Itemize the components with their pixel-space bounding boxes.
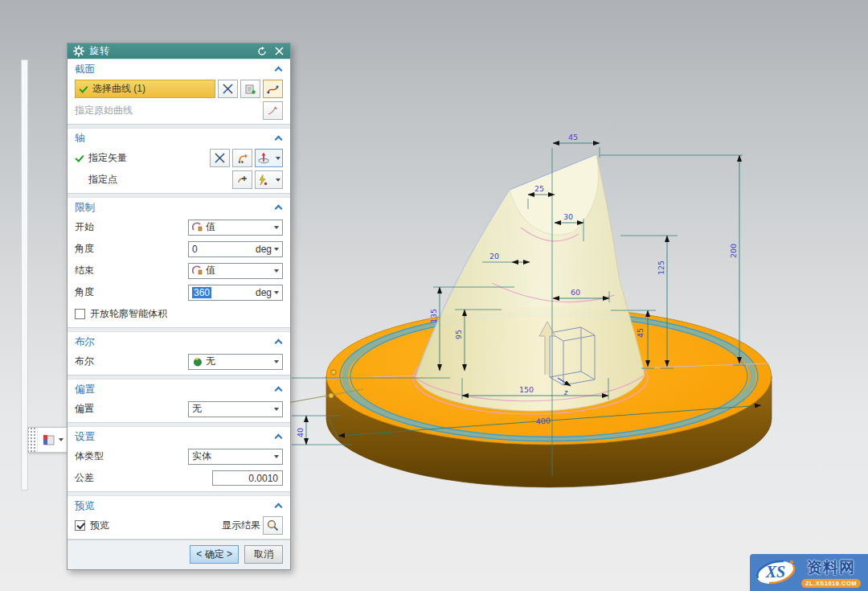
collapse-chevron-icon[interactable] bbox=[275, 387, 283, 392]
sketch-section-button[interactable] bbox=[263, 80, 283, 98]
curve-rule-button[interactable] bbox=[240, 80, 260, 98]
boolean-label: 布尔 bbox=[75, 355, 188, 368]
tolerance-label: 公差 bbox=[75, 471, 212, 485]
dim-45-right: 45 bbox=[636, 328, 645, 338]
collapse-chevron-icon[interactable] bbox=[275, 434, 283, 440]
show-result-label: 显示结果 bbox=[222, 519, 260, 532]
point-constructor-button[interactable] bbox=[232, 170, 252, 189]
section-header-offset[interactable]: 偏置 bbox=[68, 380, 290, 398]
intersect-icon bbox=[215, 153, 225, 163]
snap-point-icon bbox=[257, 174, 268, 186]
tolerance-input[interactable]: 0.0010 bbox=[212, 470, 283, 486]
dim-95: 95 bbox=[454, 330, 463, 339]
axis-group: 轴 指定矢量 bbox=[68, 128, 290, 194]
handle-point[interactable] bbox=[331, 370, 336, 375]
dropdown-arrow-icon bbox=[274, 360, 279, 363]
floating-mini-toolbar[interactable] bbox=[27, 427, 69, 453]
dropdown-arrow-icon bbox=[274, 226, 279, 229]
vector-deselect-button[interactable] bbox=[210, 149, 230, 167]
dropdown-arrow-icon bbox=[274, 269, 279, 273]
orig-curve-button[interactable] bbox=[263, 101, 283, 120]
curve-rule-icon bbox=[245, 84, 256, 94]
preview-checkbox[interactable] bbox=[75, 520, 85, 531]
docked-sidebar-edge bbox=[21, 60, 28, 490]
collapse-chevron-icon[interactable] bbox=[275, 136, 283, 142]
section-curve-icon bbox=[267, 84, 279, 95]
point-dialog-button[interactable] bbox=[255, 170, 283, 189]
boolean-dropdown[interactable]: 无 bbox=[188, 354, 283, 370]
body-type-label: 体类型 bbox=[75, 449, 188, 463]
green-check-icon bbox=[79, 84, 88, 94]
handle-point[interactable] bbox=[329, 393, 334, 398]
collapse-chevron-icon[interactable] bbox=[275, 503, 283, 509]
start-type-dropdown[interactable]: 值 bbox=[188, 220, 283, 236]
limits-group: 限制 开始 值 角度 0 deg 结束 bbox=[68, 197, 290, 328]
dialog-title: 旋转 bbox=[89, 44, 252, 58]
watermark: XS 资料网 ZL.XS1616.COM bbox=[750, 554, 868, 591]
dim-45-top: 45 bbox=[568, 133, 578, 142]
dim-150: 150 bbox=[519, 385, 534, 394]
dim-20: 20 bbox=[489, 252, 499, 261]
toolbar-grip[interactable] bbox=[28, 428, 38, 452]
dropdown-arrow-icon bbox=[274, 291, 279, 294]
start-angle-input[interactable]: 0 deg bbox=[188, 241, 283, 257]
xs-logo-icon: XS bbox=[753, 556, 800, 589]
offset-dropdown[interactable]: 无 bbox=[188, 401, 283, 417]
collapse-chevron-icon[interactable] bbox=[275, 205, 283, 211]
section-header-preview[interactable]: 预览 bbox=[68, 496, 290, 515]
dropdown-arrow-icon bbox=[276, 179, 280, 182]
mini-toolbar-button[interactable] bbox=[38, 428, 68, 452]
dim-400: 400 bbox=[535, 416, 551, 425]
cancel-button[interactable]: 取消 bbox=[244, 545, 283, 564]
preview-label: 预览 bbox=[90, 519, 222, 532]
dim-125: 125 bbox=[657, 261, 665, 275]
section-header-boolean[interactable]: 布尔 bbox=[68, 332, 290, 351]
section-header-settings[interactable]: 设置 bbox=[68, 427, 290, 445]
green-check-icon bbox=[75, 154, 84, 163]
ok-button[interactable]: < 确定 > bbox=[190, 545, 239, 564]
offset-group: 偏置 偏置 无 bbox=[68, 379, 290, 423]
watermark-name: 资料网 bbox=[807, 557, 855, 578]
inferred-vector-button[interactable] bbox=[232, 149, 252, 167]
boolean-group: 布尔 布尔 无 bbox=[68, 331, 290, 376]
value-icon bbox=[192, 222, 203, 232]
end-label: 结束 bbox=[75, 264, 188, 277]
preview-group: 预览 预览 显示结果 bbox=[68, 495, 290, 540]
section-group: 截面 选择曲线 (1) bbox=[68, 59, 290, 125]
end-angle-input[interactable]: 360 deg bbox=[188, 285, 283, 301]
reset-icon[interactable] bbox=[256, 45, 268, 57]
derive-curve-icon bbox=[267, 105, 279, 117]
body-type-dropdown[interactable]: 实体 bbox=[188, 449, 283, 465]
xs-logo-text: XS bbox=[765, 563, 785, 581]
magnifier-icon bbox=[267, 519, 279, 531]
vector-dialog-button[interactable] bbox=[255, 149, 283, 167]
end-angle-label: 角度 bbox=[75, 285, 188, 299]
collapse-chevron-icon[interactable] bbox=[275, 67, 283, 72]
select-curve-field[interactable]: 选择曲线 (1) bbox=[75, 80, 215, 98]
end-type-dropdown[interactable]: 值 bbox=[188, 263, 283, 279]
value-icon bbox=[192, 265, 203, 276]
dialog-footer: < 确定 > 取消 bbox=[68, 540, 290, 569]
open-profile-checkbox[interactable] bbox=[75, 309, 85, 319]
section-header-section[interactable]: 截面 bbox=[68, 60, 290, 78]
dropdown-arrow-icon bbox=[59, 438, 63, 441]
show-result-button[interactable] bbox=[263, 516, 283, 535]
collapse-chevron-icon[interactable] bbox=[275, 339, 283, 345]
deselect-button[interactable] bbox=[218, 80, 238, 98]
intersect-icon bbox=[223, 84, 233, 94]
orig-curve-label: 指定原始曲线 bbox=[75, 104, 260, 117]
settings-group: 设置 体类型 实体 公差 0.0010 bbox=[68, 426, 290, 492]
section-header-limits[interactable]: 限制 bbox=[68, 198, 290, 216]
axis-z-label: z bbox=[563, 388, 568, 396]
dialog-titlebar[interactable]: 旋转 bbox=[68, 43, 290, 59]
boolean-none-icon bbox=[192, 356, 203, 367]
dropdown-arrow-icon bbox=[274, 455, 279, 458]
axis-vector-icon bbox=[257, 152, 270, 164]
section-header-axis[interactable]: 轴 bbox=[68, 129, 290, 147]
mru-command-icon bbox=[43, 434, 55, 446]
dropdown-arrow-icon bbox=[274, 248, 279, 251]
dim-40: 40 bbox=[296, 428, 305, 437]
open-profile-label: 开放轮廓智能体积 bbox=[90, 307, 283, 321]
close-icon[interactable] bbox=[272, 45, 285, 57]
specify-point-label: 指定点 bbox=[88, 173, 230, 187]
